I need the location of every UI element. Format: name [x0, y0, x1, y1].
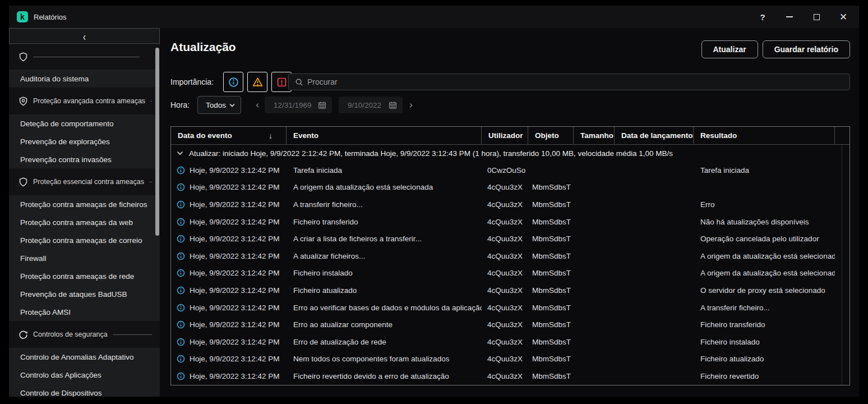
cell-event-date: Hoje, 9/9/2022 3:12:42 PM [190, 355, 280, 363]
column-header-release-date[interactable]: Data de lançamento [615, 127, 694, 144]
search-input[interactable] [307, 77, 849, 86]
maximize-icon [814, 14, 820, 20]
sidebar-item[interactable]: Prevenção de ataques BadUSB [9, 285, 160, 303]
section-divider [150, 101, 152, 102]
cell-object: MbmSdbsT [528, 179, 574, 196]
help-button[interactable]: ? [751, 6, 774, 28]
cell-object: MbmSdbsT [528, 282, 574, 299]
sidebar-item-label: Proteção contra ameaças de rede [20, 272, 134, 281]
sidebar-item[interactable]: Proteção contra ameaças de correio [9, 231, 160, 249]
cell-user: 4cQuu3zX [482, 368, 528, 385]
column-header-size[interactable]: Tamanho [574, 127, 615, 144]
sidebar-item[interactable]: Controlo das Aplicações [9, 366, 160, 384]
date-from-field[interactable]: 12/31/1969 [265, 97, 332, 113]
cell-size [574, 282, 615, 299]
cell-event-date: Hoje, 9/9/2022 3:12:42 PM [190, 200, 280, 209]
sidebar-item-label: Controlo de Anomalias Adaptativo [20, 353, 134, 361]
shield-icon [19, 177, 28, 187]
cell-event-date: Hoje, 9/9/2022 3:12:42 PM [190, 183, 280, 191]
cell-event-date: Hoje, 9/9/2022 3:12:42 PM [190, 235, 280, 243]
critical-icon [276, 77, 287, 88]
sidebar-scrollbar[interactable] [155, 48, 159, 236]
group-row[interactable]: Atualizar: iniciado Hoje, 9/9/2022 2:12:… [171, 145, 849, 162]
table-row[interactable]: Hoje, 9/9/2022 3:12:42 PM Ficheiro atual… [171, 282, 849, 299]
sidebar-item[interactable]: Proteção contra ameaças da web [9, 213, 160, 231]
sidebar-collapse-button[interactable]: ‹ [9, 28, 160, 44]
column-header-result[interactable]: Resultado [694, 127, 835, 144]
table-row[interactable]: Hoje, 9/9/2022 3:12:42 PM A criar a list… [171, 230, 849, 247]
importance-warning-toggle[interactable] [247, 72, 267, 92]
cell-event-date: Hoje, 9/9/2022 3:12:42 PM [190, 166, 280, 175]
sidebar-item[interactable]: Prevenção contra invasões [9, 150, 160, 168]
cell-event: A atualizar ficheiros... [287, 247, 482, 265]
column-header-user[interactable]: Utilizador [482, 127, 528, 144]
table-row[interactable]: Hoje, 9/9/2022 3:12:42 PM A origem da at… [171, 179, 849, 196]
info-icon [177, 338, 185, 346]
table-row[interactable]: Hoje, 9/9/2022 3:12:42 PM Nem todos os c… [171, 351, 849, 368]
sidebar-item-label: Firewall [20, 254, 47, 263]
table-row[interactable]: Hoje, 9/9/2022 3:12:42 PM Ficheiro trans… [171, 213, 849, 231]
cell-event-date: Hoje, 9/9/2022 3:12:42 PM [190, 338, 280, 346]
sidebar-section-header: Proteção avançada contra ameaças [9, 88, 160, 114]
time-range-dropdown[interactable]: Todos [197, 96, 241, 114]
sidebar-item-label: Controlo das Aplicações [20, 371, 101, 379]
kaspersky-logo-icon: k [17, 11, 28, 22]
cell-event: Nem todos os componentes foram atualizad… [287, 351, 482, 368]
cell-object: MbmSdbsT [528, 265, 574, 282]
page-title: Atualização [170, 40, 236, 54]
save-report-button[interactable]: Guardar relatório [763, 40, 850, 58]
cell-result: A origem da atualização está selecionada [694, 247, 835, 265]
sidebar-list: Auditoria do sistemaProteção avançada co… [9, 44, 160, 397]
sidebar-item[interactable]: Controlo de Anomalias Adaptativo [9, 348, 160, 366]
column-header-object[interactable]: Objeto [528, 127, 574, 144]
cell-release-date [615, 213, 694, 231]
sidebar-item[interactable]: Firewall [9, 249, 160, 267]
date-to-field[interactable]: 9/10/2022 [339, 97, 403, 113]
maximize-button[interactable] [805, 6, 828, 28]
minimize-button[interactable] [778, 6, 801, 28]
search-icon [295, 78, 303, 86]
cell-size [574, 179, 615, 196]
shield-dot-icon [19, 97, 28, 106]
cell-user: 4cQuu3zX [482, 333, 528, 351]
refresh-button[interactable]: Atualizar [701, 40, 758, 58]
sidebar-section-header: Proteção essencial contra ameaças [9, 168, 160, 195]
cell-result: A transferir ficheiro... [694, 299, 835, 316]
importance-info-toggle[interactable] [223, 72, 243, 92]
sidebar-item-label: Proteção AMSI [20, 308, 71, 316]
close-button[interactable]: ✕ [832, 6, 855, 28]
cell-result: A origem da atualização está selecionada [694, 265, 835, 282]
sidebar-item[interactable]: Auditoria do sistema [9, 70, 160, 88]
table-row[interactable]: Hoje, 9/9/2022 3:12:42 PM Ficheiro insta… [171, 265, 849, 282]
sidebar-item-label: Controlo de Dispositivos [20, 389, 102, 397]
cell-size [574, 162, 615, 179]
sidebar-item[interactable]: Deteção de comportamento [9, 114, 160, 132]
sidebar-item[interactable]: Prevenção de explorações [9, 132, 160, 150]
table-row[interactable]: Hoje, 9/9/2022 3:12:42 PM Erro de atuali… [171, 333, 849, 351]
table-row[interactable]: Hoje, 9/9/2022 3:12:42 PM Erro ao atuali… [171, 316, 849, 333]
group-row-summary: Atualizar: iniciado Hoje, 9/9/2022 2:12:… [189, 149, 673, 158]
sidebar-item[interactable]: Proteção contra ameaças de ficheiros [9, 195, 160, 213]
cell-object: MbmSdbsT [528, 230, 574, 247]
chevron-down-icon [229, 103, 235, 107]
date-next-button[interactable]: › [407, 96, 415, 114]
column-header-event-date[interactable]: Data do evento ↓ [171, 127, 287, 144]
table-row[interactable]: Hoje, 9/9/2022 3:12:42 PM Erro ao verifi… [171, 299, 849, 316]
table-row[interactable]: Hoje, 9/9/2022 3:12:42 PM Ficheiro rever… [171, 368, 849, 385]
date-prev-button[interactable]: ‹ [253, 96, 262, 114]
info-icon [177, 252, 185, 260]
shield-refresh-icon [19, 330, 28, 339]
info-icon [228, 77, 239, 88]
cell-event: A criar a lista de ficheiros a transferi… [287, 230, 482, 247]
info-icon [177, 166, 185, 175]
info-icon [177, 355, 185, 363]
cell-user: 0CwzOuSo [482, 162, 528, 179]
table-row[interactable]: Hoje, 9/9/2022 3:12:42 PM Tarefa iniciad… [171, 162, 849, 179]
cell-size [574, 213, 615, 231]
sidebar-item[interactable]: Proteção AMSI [9, 303, 160, 321]
column-header-event[interactable]: Evento [287, 127, 482, 144]
sidebar-item[interactable]: Proteção contra ameaças de rede [9, 267, 160, 285]
table-row[interactable]: Hoje, 9/9/2022 3:12:42 PM A atualizar fi… [171, 247, 849, 265]
table-row[interactable]: Hoje, 9/9/2022 3:12:42 PM A transferir f… [171, 196, 849, 213]
sidebar-item[interactable]: Controlo de Dispositivos [9, 384, 160, 397]
